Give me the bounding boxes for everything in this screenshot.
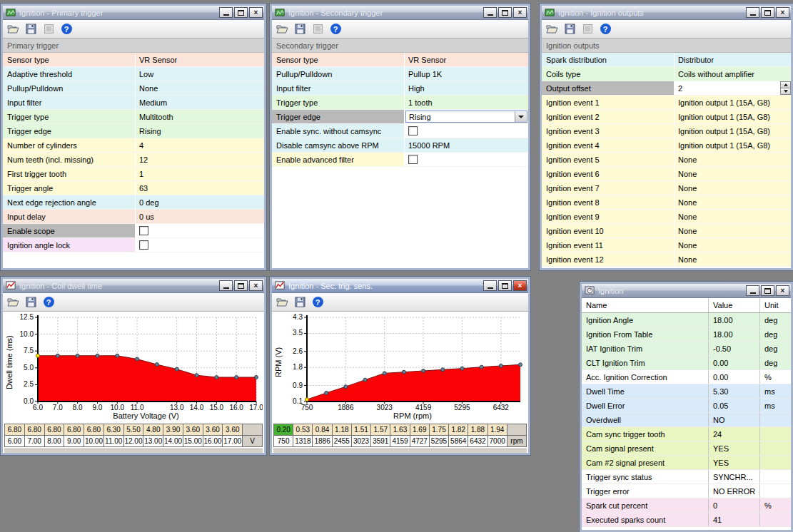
property-value[interactable]: VR Sensor bbox=[405, 53, 528, 66]
property-value[interactable]: Low bbox=[136, 67, 264, 81]
property-row[interactable]: Disable camsync above RPM15000 RPM bbox=[272, 138, 528, 153]
property-value[interactable]: Ignition output 1 (15A, G8) bbox=[675, 110, 791, 123]
curve-value-cell[interactable]: 1.57 bbox=[371, 424, 390, 436]
property-row[interactable]: Ignition angle lock bbox=[3, 238, 264, 252]
dropdown[interactable]: Rising bbox=[405, 111, 527, 123]
property-value[interactable]: VR Sensor bbox=[136, 53, 264, 66]
close-button[interactable]: × bbox=[776, 285, 789, 296]
titlebar[interactable]: Ignition - Primary trigger × bbox=[3, 6, 264, 20]
curve-axis-cell[interactable]: 3023 bbox=[352, 436, 371, 447]
curve-axis-cell[interactable]: 1886 bbox=[313, 436, 332, 447]
property-value[interactable] bbox=[405, 124, 528, 138]
property-value[interactable]: 0 us bbox=[136, 210, 264, 223]
curve-value-cell[interactable]: 3.60 bbox=[223, 424, 243, 436]
curve-value-cell[interactable]: 1.69 bbox=[410, 424, 430, 436]
curve-value-cell[interactable]: 1.63 bbox=[390, 424, 410, 436]
curve-value-cell[interactable]: 6.80 bbox=[45, 424, 65, 436]
curve-axis-cell[interactable]: 3591 bbox=[371, 436, 390, 447]
curve-axis-cell[interactable]: 7000 bbox=[488, 436, 507, 447]
property-value[interactable]: Rising bbox=[405, 110, 528, 123]
property-row[interactable]: Spark distributionDistributor bbox=[542, 53, 791, 67]
property-value[interactable]: 4 bbox=[136, 138, 264, 152]
minimize-button[interactable] bbox=[746, 7, 759, 18]
curve-value-cell[interactable]: 1.18 bbox=[333, 424, 352, 436]
titlebar[interactable]: Ignition - Sec. trig. sens. × bbox=[272, 279, 528, 293]
property-value[interactable]: None bbox=[675, 210, 791, 223]
help-button[interactable]: ? bbox=[597, 21, 613, 37]
property-row[interactable]: Num teeth (incl. missing)12 bbox=[3, 153, 264, 167]
property-value[interactable]: 63 bbox=[136, 181, 264, 195]
property-row[interactable]: Input delay0 us bbox=[3, 210, 264, 224]
close-button[interactable]: × bbox=[513, 280, 527, 291]
property-value[interactable]: Coils without amplifier bbox=[675, 67, 791, 81]
property-row[interactable]: Trigger typeMultitooth bbox=[3, 110, 264, 124]
property-row[interactable]: Pullup/PulldownPullup 1K bbox=[272, 67, 528, 81]
minimize-button[interactable] bbox=[219, 280, 233, 291]
close-button[interactable]: × bbox=[249, 7, 263, 18]
property-value[interactable]: Ignition output 1 (15A, G8) bbox=[675, 124, 791, 138]
property-value[interactable]: None bbox=[675, 153, 791, 166]
property-value[interactable]: None bbox=[675, 238, 791, 252]
property-row[interactable]: Pullup/PulldownNone bbox=[3, 81, 264, 96]
property-row[interactable]: Trigger edgeRising bbox=[3, 124, 264, 138]
checkbox[interactable] bbox=[139, 240, 148, 250]
curve-axis-cell[interactable]: 1318 bbox=[293, 436, 313, 447]
burn-button[interactable] bbox=[580, 21, 595, 37]
open-button[interactable] bbox=[274, 21, 290, 37]
property-value[interactable]: Distributor bbox=[675, 53, 791, 66]
property-row[interactable]: Input filterMedium bbox=[3, 96, 264, 110]
save-button[interactable] bbox=[292, 21, 308, 37]
property-value[interactable]: None bbox=[136, 81, 264, 95]
help-button[interactable]: ? bbox=[310, 295, 325, 310]
property-row[interactable]: Enable scope bbox=[3, 224, 264, 238]
titlebar[interactable]: Ignition × bbox=[582, 284, 791, 298]
titlebar[interactable]: Ignition - Coil dwell time × bbox=[3, 279, 264, 293]
curve-value-cell[interactable]: 6.80 bbox=[64, 424, 84, 436]
property-row[interactable]: Trigger type1 tooth bbox=[272, 96, 528, 110]
property-row[interactable]: Ignition event 8None bbox=[542, 195, 791, 210]
open-button[interactable] bbox=[5, 295, 21, 310]
save-button[interactable] bbox=[292, 295, 308, 310]
property-row[interactable]: Ignition event 9None bbox=[542, 210, 791, 224]
property-value[interactable]: 0 deg bbox=[136, 195, 264, 209]
close-button[interactable]: × bbox=[249, 280, 263, 291]
property-value[interactable] bbox=[405, 153, 528, 166]
curve-axis-cell[interactable]: 750 bbox=[274, 436, 293, 447]
curve-axis-cell[interactable]: 12.00 bbox=[124, 436, 144, 447]
property-value[interactable]: 12 bbox=[136, 153, 264, 166]
curve-value-cell[interactable]: 6.80 bbox=[84, 424, 104, 436]
property-row[interactable]: Trigger angle63 bbox=[3, 181, 264, 195]
help-button[interactable]: ? bbox=[328, 21, 343, 37]
save-button[interactable] bbox=[23, 21, 39, 37]
minimize-button[interactable] bbox=[746, 285, 759, 296]
checkbox[interactable] bbox=[408, 155, 418, 164]
property-row[interactable]: Output offset2 bbox=[542, 81, 791, 96]
property-value[interactable]: 2 bbox=[675, 81, 791, 95]
chevron-down-icon[interactable] bbox=[515, 111, 527, 122]
curve-value-cell[interactable]: 6.30 bbox=[104, 424, 124, 436]
property-value[interactable]: None bbox=[675, 181, 791, 195]
save-button[interactable] bbox=[562, 21, 577, 37]
property-value[interactable]: None bbox=[675, 167, 791, 180]
curve-value-cell[interactable]: 1.51 bbox=[352, 424, 371, 436]
maximize-button[interactable] bbox=[498, 7, 512, 18]
open-button[interactable] bbox=[544, 21, 560, 37]
curve-axis-cell[interactable]: 9.00 bbox=[64, 436, 84, 447]
curve-axis-cell[interactable]: 8.00 bbox=[45, 436, 65, 447]
help-button[interactable]: ? bbox=[59, 21, 74, 37]
curve-axis-cell[interactable]: 7.00 bbox=[25, 436, 45, 447]
property-value[interactable]: Ignition output 1 (15A, G8) bbox=[675, 138, 791, 152]
curve-value-cell[interactable]: 3.90 bbox=[163, 424, 183, 436]
curve-value-cell[interactable]: 6.80 bbox=[5, 424, 25, 436]
property-value[interactable]: 1 tooth bbox=[405, 96, 528, 109]
property-value[interactable]: Rising bbox=[136, 124, 264, 138]
curve-value-cell[interactable]: 1.94 bbox=[488, 424, 507, 436]
property-row[interactable]: Ignition event 4Ignition output 1 (15A, … bbox=[542, 138, 791, 153]
curve-value-cell[interactable]: 0.20 bbox=[274, 424, 293, 436]
property-value[interactable]: 15000 RPM bbox=[405, 138, 528, 152]
maximize-button[interactable] bbox=[761, 7, 774, 18]
property-row[interactable]: Ignition event 12None bbox=[542, 252, 791, 267]
curve-axis-cell[interactable]: 4727 bbox=[410, 436, 430, 447]
save-button[interactable] bbox=[23, 295, 39, 310]
property-value[interactable]: 1 bbox=[136, 167, 264, 180]
